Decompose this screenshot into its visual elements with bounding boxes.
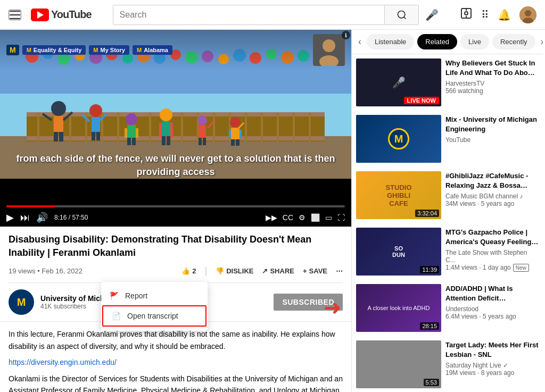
autoplay-button[interactable]: ▶▶: [266, 213, 277, 222]
svg-line-1: [403, 16, 406, 19]
sidebar-video-item-3[interactable]: SODUN 11:39 MTG's Gazpacho Police | Amer…: [352, 223, 543, 280]
svg-point-62: [126, 113, 137, 125]
header-right: ⠿ 🔔: [460, 6, 536, 23]
svg-rect-42: [149, 112, 151, 141]
video-info: Disabusing Disability: Demonstrating Tha…: [0, 227, 351, 283]
tab-listenable[interactable]: Listenable: [367, 34, 414, 49]
header-left: YouTube: [9, 9, 92, 21]
svg-rect-78: [231, 139, 235, 146]
tabs-prev-button[interactable]: ‹: [356, 34, 364, 49]
volume-button[interactable]: 🔊: [36, 212, 48, 223]
svg-rect-68: [162, 121, 170, 136]
svg-rect-37: [69, 112, 71, 141]
progress-bar[interactable]: [6, 205, 345, 207]
youtube-icon: [31, 9, 49, 21]
thumbs-down-icon: 👎: [216, 267, 224, 275]
more-button[interactable]: ⋯: [336, 264, 343, 278]
fullscreen-button[interactable]: ⛶: [337, 213, 345, 222]
context-menu-open-transcript[interactable]: 📄 Open transcript: [102, 305, 207, 327]
channel-avatar: M: [9, 289, 34, 315]
description-link-1[interactable]: https://diversity.engin.umich.edu/: [9, 358, 117, 366]
sidebar-thumb-3: SODUN 11:39: [356, 228, 441, 276]
save-button[interactable]: + SAVE: [303, 264, 327, 278]
sidebar-thumb-2: STUDIOGHIBLICAFE 3:32:04: [356, 171, 441, 219]
sidebar-info-1: Mix - University of Michigan Engineering…: [445, 115, 539, 163]
save-icon: +: [303, 267, 307, 275]
next-button[interactable]: ⏭: [20, 212, 30, 223]
mic-button[interactable]: 🎤: [425, 9, 439, 21]
svg-rect-63: [127, 125, 136, 138]
svg-rect-64: [127, 138, 131, 145]
like-button[interactable]: 👍 2: [181, 264, 196, 278]
svg-rect-44: [181, 112, 183, 141]
tab-live[interactable]: Live: [460, 34, 489, 49]
share-icon: ↗: [262, 267, 268, 275]
svg-point-3: [465, 12, 468, 15]
sidebar-video-item-4[interactable]: A closer look into ADHD 28:15 ADD/ADHD |…: [352, 280, 543, 336]
time-display: 8:16 / 57:50: [54, 214, 88, 221]
svg-rect-56: [59, 132, 63, 141]
tab-related[interactable]: Related: [417, 34, 457, 49]
live-badge-0: LIVE NOW: [404, 97, 439, 104]
youtube-logo[interactable]: YouTube: [31, 9, 92, 21]
sidebar-video-item-1[interactable]: M Mix - University of Michigan Engineeri…: [352, 111, 543, 167]
settings-button[interactable]: ⚙: [299, 213, 305, 222]
badge-mystory[interactable]: M My Story: [89, 45, 129, 55]
sidebar-video-item-2[interactable]: STUDIOGHIBLICAFE 3:32:04 #GhibliJazz #Ca…: [352, 167, 543, 223]
badge-equality[interactable]: M Equality & Equity: [22, 45, 86, 55]
sidebar-info-2: #GhibliJazz #CafeMusic - Relaxing Jazz &…: [445, 171, 539, 219]
new-badge-3: New: [513, 264, 529, 272]
sidebar-video-item-5[interactable]: 5:53 Target Lady: Meets Her First Lesbia…: [352, 336, 543, 392]
search-button[interactable]: [385, 5, 419, 25]
svg-rect-52: [309, 112, 311, 141]
avatar[interactable]: [519, 6, 536, 23]
controls-row: ▶ ⏭ 🔊 8:16 / 57:50 ▶▶ CC ⚙ ⬜ ▭ ⛶: [6, 212, 345, 223]
duration-2: 3:32:04: [415, 210, 439, 217]
video-player: M M Equality & Equity M My Story M Alaba: [0, 30, 351, 227]
sidebar-channel-3: The Late Show with Stephen C...: [445, 249, 539, 264]
svg-rect-40: [117, 112, 119, 141]
tab-recently[interactable]: Recently: [492, 34, 535, 49]
sidebar-channel-2: Cafe Music BGM channel ♪: [445, 193, 539, 200]
progress-fill: [6, 205, 55, 207]
subtitles-button[interactable]: CC: [283, 213, 293, 222]
play-button[interactable]: ▶: [6, 212, 14, 223]
sidebar-thumb-0: 🎤 LIVE NOW: [356, 59, 441, 106]
sidebar-channel-5: Saturday Night Live ✓: [445, 362, 539, 369]
youtube-logo-text: YouTube: [51, 9, 92, 21]
svg-point-67: [160, 109, 172, 121]
sidebar-info-0: Why Believers Get Stuck In Life And What…: [445, 59, 539, 106]
search-bar: 🎤: [113, 5, 439, 25]
miniplayer-button[interactable]: ⬜: [311, 213, 320, 222]
notifications-button[interactable]: 🔔: [498, 9, 511, 21]
thumbs-up-icon: 👍: [181, 267, 190, 275]
svg-rect-74: [203, 138, 206, 145]
sidebar-title-1: Mix - University of Michigan Engineering: [445, 115, 539, 134]
svg-rect-51: [293, 112, 295, 141]
transcript-icon: 📄: [112, 312, 121, 320]
svg-point-71: [197, 115, 207, 125]
hamburger-menu-button[interactable]: [9, 10, 21, 20]
context-menu-report[interactable]: 🚩 Report: [101, 286, 208, 305]
dislike-button[interactable]: 👎 DISLIKE: [216, 264, 253, 278]
svg-rect-35: [37, 112, 39, 141]
svg-rect-72: [199, 125, 206, 138]
sidebar-title-3: MTG's Gazpacho Police | America's Queasy…: [445, 228, 539, 247]
search-input-wrap: [113, 5, 385, 25]
badge-alabama[interactable]: M Alabama: [133, 45, 172, 55]
create-button[interactable]: [460, 7, 473, 22]
share-button[interactable]: ↗ SHARE: [262, 264, 294, 278]
sidebar-video-item-0[interactable]: 🎤 LIVE NOW Why Believers Get Stuck In Li…: [352, 54, 543, 111]
sidebar-thumb-5: 5:53: [356, 340, 441, 388]
description: In this lecture, Feranmi Okanlami proves…: [0, 322, 351, 392]
sidebar-thumb-4: A closer look into ADHD 28:15: [356, 284, 441, 332]
theater-button[interactable]: ▭: [325, 213, 332, 222]
svg-point-0: [398, 11, 404, 18]
apps-button[interactable]: ⠿: [481, 9, 489, 21]
sidebar-title-5: Target Lady: Meets Her First Lesbian - S…: [445, 340, 539, 360]
sidebar-title-0: Why Believers Get Stuck In Life And What…: [445, 59, 539, 78]
sidebar-channel-1: YouTube: [445, 136, 539, 144]
search-input[interactable]: [113, 5, 384, 24]
tabs-next-button[interactable]: ›: [539, 34, 543, 49]
main-layout: M M Equality & Equity M My Story M Alaba: [0, 30, 545, 392]
